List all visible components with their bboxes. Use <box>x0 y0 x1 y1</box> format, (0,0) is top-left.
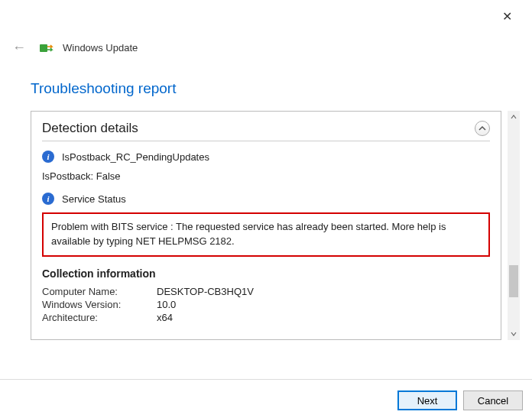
page-title: Troubleshooting report <box>0 59 532 111</box>
collection-val: DESKTOP-CB3HQ1V <box>157 286 254 297</box>
footer: Next Cancel <box>397 390 523 410</box>
cancel-button[interactable]: Cancel <box>463 390 523 410</box>
collection-row: Windows Version: 10.0 <box>42 299 490 310</box>
next-button[interactable]: Next <box>397 390 457 410</box>
svg-rect-0 <box>40 44 47 52</box>
collection-key: Windows Version: <box>42 299 157 310</box>
collection-row: Architecture: x64 <box>42 312 490 323</box>
header-title: Windows Update <box>63 42 138 53</box>
detection-item-label: Service Status <box>62 193 126 205</box>
collection-key: Architecture: <box>42 312 157 323</box>
detection-item-label: IsPostback_RC_PendingUpdates <box>62 151 209 163</box>
collection-title: Collection information <box>42 267 490 280</box>
scroll-down-icon[interactable] <box>508 328 520 340</box>
collection-key: Computer Name: <box>42 286 157 297</box>
scrollbar[interactable] <box>508 111 520 340</box>
collection-val: x64 <box>157 312 173 323</box>
info-icon: i <box>42 151 54 163</box>
detection-item: i Service Status <box>42 193 490 205</box>
back-arrow-icon[interactable]: ← <box>8 37 31 59</box>
scroll-track[interactable] <box>508 123 520 328</box>
scroll-thumb[interactable] <box>509 265 518 297</box>
close-icon[interactable]: ✕ <box>496 6 518 27</box>
collection-row: Computer Name: DESKTOP-CB3HQ1V <box>42 286 490 297</box>
info-icon: i <box>42 193 54 205</box>
scroll-up-icon[interactable] <box>508 111 520 123</box>
header: ← Windows Update <box>0 0 532 59</box>
problem-highlight: Problem with BITS service : The requeste… <box>42 212 490 257</box>
collection-val: 10.0 <box>157 299 176 310</box>
detection-panel: Detection details i IsPostback_RC_Pendin… <box>31 111 501 340</box>
problem-text: Problem with BITS service : The requeste… <box>51 221 446 247</box>
detection-item-sub: IsPostback: False <box>42 170 490 182</box>
detection-section-title: Detection details <box>42 121 138 136</box>
windows-update-icon <box>40 43 54 53</box>
collapse-toggle-icon[interactable] <box>475 121 490 136</box>
detection-item: i IsPostback_RC_PendingUpdates <box>42 151 490 163</box>
footer-separator <box>0 379 532 380</box>
